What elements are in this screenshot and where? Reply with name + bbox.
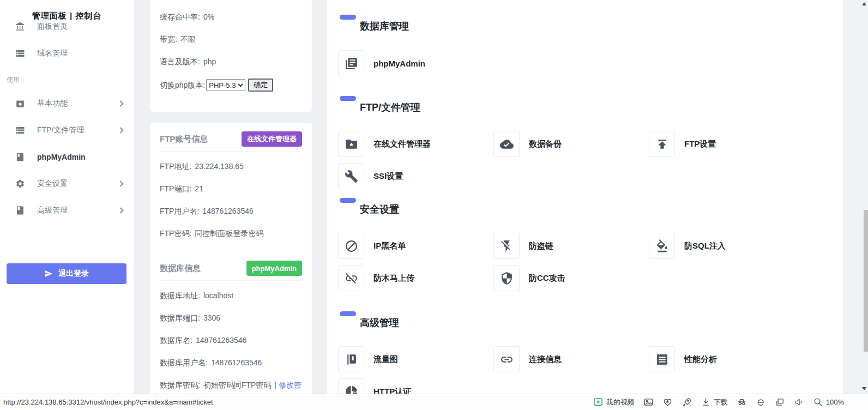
logout-button[interactable]: 退出登录 xyxy=(7,263,126,284)
ftp-row-label: FTP密码: xyxy=(160,229,191,238)
app-item-phpmyadmin[interactable]: phpMyAdmin xyxy=(338,50,493,76)
stat-label: 带宽: xyxy=(160,34,177,45)
app-item-ssi-settings[interactable]: SSI设置 xyxy=(338,163,493,189)
app-item-traffic-graph[interactable]: 流量图 xyxy=(338,346,493,372)
sidebar-item-label: FTP/文件管理 xyxy=(37,125,84,135)
app-item-anti-cc-attack[interactable]: 防CC攻击 xyxy=(493,265,649,291)
building-icon xyxy=(15,22,25,32)
db-row-label: 数据库端口: xyxy=(160,313,200,322)
section-database: 数据库管理 phpMyAdmin xyxy=(327,15,843,82)
my-videos-play-icon xyxy=(593,397,604,407)
phpmyadmin-button[interactable]: phpMyAdmin xyxy=(246,261,302,276)
zoom-magnifier-icon xyxy=(813,397,823,407)
gear-icon xyxy=(15,179,25,189)
ftp-row-value: 同控制面板登录密码 xyxy=(195,229,263,238)
sidebar-item-domains[interactable]: 域名管理 xyxy=(0,48,134,59)
incognito-button[interactable] xyxy=(737,397,747,407)
mute-button[interactable] xyxy=(794,397,804,407)
section-marker xyxy=(340,15,356,20)
section-title: FTP/文件管理 xyxy=(360,102,843,113)
sidebar-item-security[interactable]: 安全设置 xyxy=(0,178,134,189)
db-row-label: 数据库密码: xyxy=(160,381,200,389)
app-item-ftp-settings[interactable]: FTP设置 xyxy=(649,131,804,157)
app-item-label: FTP设置 xyxy=(684,139,716,149)
sidebar: 管理面板 | 控制台 面板首页 域名管理 使用 基本功能 FTP/文件管理 xyxy=(0,0,134,394)
db-row-value: 3306 xyxy=(203,313,220,322)
stat-value: 0% xyxy=(203,11,214,22)
sidebar-item-label: 基本功能 xyxy=(37,99,68,108)
server-stack-icon xyxy=(15,49,25,58)
app-item-online-file-manager[interactable]: 在线文件管理器 xyxy=(338,131,493,157)
incognito-icon xyxy=(737,397,747,407)
folder-star-icon xyxy=(338,131,364,157)
online-file-manager-button[interactable]: 在线文件管理器 xyxy=(242,131,302,147)
section-title: 安全设置 xyxy=(360,204,843,215)
downloads-button[interactable]: 下载 xyxy=(701,397,728,407)
change-password-link[interactable]: 修改密 xyxy=(279,381,302,389)
db-row-value: localhost xyxy=(203,291,233,300)
sidebar-item-advanced[interactable]: 高级管理 xyxy=(0,205,134,216)
archive-box-icon xyxy=(15,99,25,108)
images-button[interactable] xyxy=(643,397,654,407)
scroll-down-arrow-icon[interactable] xyxy=(862,387,866,390)
section-title: 高级管理 xyxy=(360,317,843,329)
app-item-performance-analysis[interactable]: 性能分析 xyxy=(649,346,804,372)
section-marker xyxy=(340,311,356,316)
app-item-http-auth[interactable]: HTTP认证 xyxy=(338,378,493,394)
app-item-label: 防SQL注入 xyxy=(684,241,726,251)
server-stack-icon xyxy=(15,125,25,135)
book-chart-icon xyxy=(338,346,364,372)
app-item-data-backup[interactable]: 数据备份 xyxy=(493,131,649,157)
status-toolbar: 我的视频 下载 100% xyxy=(593,397,844,407)
sidebar-section-label: 使用 xyxy=(7,75,134,84)
shield-icon xyxy=(493,265,520,291)
section-security: 安全设置 IP黑名单 防盗链 防SQL注入 防木马上传 xyxy=(327,198,843,297)
download-label: 下载 xyxy=(714,397,728,407)
app-item-label: phpMyAdmin xyxy=(373,59,425,68)
stat-label: 缓存命中率: xyxy=(160,11,200,22)
ie-compat-button[interactable] xyxy=(756,397,766,407)
sidebar-item-home[interactable]: 面板首页 xyxy=(0,21,134,32)
app-item-label: IP黑名单 xyxy=(373,241,406,251)
sidebar-item-ftp-files[interactable]: FTP/文件管理 xyxy=(0,125,134,136)
health-button[interactable] xyxy=(662,397,673,407)
speaker-icon xyxy=(794,397,804,407)
app-item-anti-sql-injection[interactable]: 防SQL注入 xyxy=(649,233,804,259)
scrollbar-thumb[interactable] xyxy=(864,210,868,352)
app-item-label: 在线文件管理器 xyxy=(373,139,431,149)
sidebar-item-label: 面板首页 xyxy=(37,22,68,32)
app-item-anti-hotlink[interactable]: 防盗链 xyxy=(493,233,649,259)
panel-title: 管理面板 | 控制台 xyxy=(0,0,134,21)
send-icon xyxy=(44,269,53,278)
browser-viewport: 管理面板 | 控制台 面板首页 域名管理 使用 基本功能 FTP/文件管理 xyxy=(0,0,868,394)
app-item-label: 防CC攻击 xyxy=(529,273,565,284)
app-item-label: SSI设置 xyxy=(373,171,403,182)
php-switch-label: 切换php版本: xyxy=(160,80,205,91)
app-item-anti-trojan-upload[interactable]: 防木马上传 xyxy=(338,265,493,291)
ftp-row-value: 23.224.138.65 xyxy=(195,162,244,171)
my-videos-label: 我的视频 xyxy=(606,397,635,407)
sidebar-item-basic-functions[interactable]: 基本功能 xyxy=(0,98,134,109)
window-restore-button[interactable] xyxy=(775,397,785,407)
php-version-select[interactable]: PHP-5.3 xyxy=(206,79,245,91)
sidebar-item-phpmyadmin[interactable]: phpMyAdmin xyxy=(0,152,134,162)
db-info-title: 数据库信息 xyxy=(160,263,201,274)
app-item-connection-info[interactable]: 连接信息 xyxy=(493,346,649,372)
browser-status-bar: http://23.224.138.65:3312/vhost/index.ph… xyxy=(0,394,868,410)
divider xyxy=(160,280,302,281)
logout-label: 退出登录 xyxy=(58,269,89,279)
my-videos-button[interactable]: 我的视频 xyxy=(593,397,635,407)
scroll-up-arrow-icon[interactable] xyxy=(862,2,866,5)
sidebar-item-label: phpMyAdmin xyxy=(37,153,86,161)
download-icon xyxy=(701,397,711,407)
scrollbar[interactable] xyxy=(843,0,868,394)
page-zoom-button[interactable]: 100% xyxy=(813,397,844,407)
cloud-check-icon xyxy=(493,131,520,157)
app-item-ip-blacklist[interactable]: IP黑名单 xyxy=(338,233,493,259)
ink-fill-icon xyxy=(649,233,675,259)
images-icon xyxy=(643,397,654,407)
speed-mode-button[interactable] xyxy=(682,397,692,407)
confirm-php-button[interactable]: 确定 xyxy=(248,79,273,92)
app-item-label: 数据备份 xyxy=(529,139,562,149)
section-marker xyxy=(340,96,356,101)
